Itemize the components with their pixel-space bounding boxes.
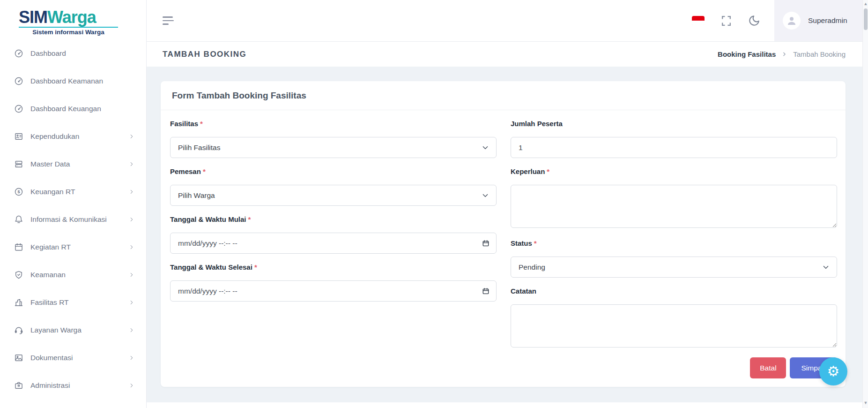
datetime-placeholder: mm/dd/yyyy --:-- -- [178, 239, 237, 248]
form-left-column: Fasilitas* Pilih Fasilitas Pemesan* Pili… [170, 120, 497, 359]
sidebar-item-label: Dashboard Keamanan [30, 77, 135, 85]
fullscreen-icon[interactable] [720, 15, 732, 27]
form-card-header: Form Tambah Booking Fasilitas [161, 81, 846, 110]
sidebar-item-dokumentasi[interactable]: Dokumentasi [0, 344, 146, 371]
brand-word-secondary: Warga [47, 8, 96, 27]
chevron-right-icon [128, 272, 135, 278]
fasilitas-label: Fasilitas* [170, 120, 497, 128]
status-select[interactable]: Pending [511, 257, 837, 278]
sidebar-item-dashboard-keuangan[interactable]: Dashboard Keuangan [0, 95, 146, 122]
sidebar-item-label: Fasilitas RT [30, 298, 128, 307]
id-card-icon [14, 132, 23, 141]
sidebar-item-label: Dokumentasi [30, 354, 128, 362]
sidebar-item-label: Master Data [30, 160, 128, 168]
chevron-right-icon [128, 355, 135, 361]
status-label: Status* [511, 239, 837, 248]
field-tanggal-selesai: Tanggal & Waktu Selesai* mm/dd/yyyy --:-… [170, 263, 497, 302]
scrollbar-thumb[interactable] [864, 8, 868, 30]
user-name: Superadmin [808, 16, 847, 25]
bell-icon [14, 215, 23, 224]
user-menu[interactable]: Superadmin [774, 0, 862, 41]
sidebar-item-keuangan-rt[interactable]: $ Keuangan RT [0, 178, 146, 205]
form-right-column: Jumlah Peserta Keperluan* Status* Pendin… [511, 120, 837, 359]
cancel-button[interactable]: Batal [750, 357, 786, 378]
pemesan-select[interactable]: Pilih Warga [170, 185, 497, 206]
page-scrollbar[interactable]: ▲ ▼ [862, 0, 868, 408]
keperluan-label: Keperluan* [511, 167, 837, 176]
gear-icon: ⚙ [827, 364, 840, 378]
top-header: Superadmin [147, 0, 862, 42]
sidebar-item-label: Kegiatan RT [30, 243, 128, 251]
calendar-icon[interactable] [482, 287, 490, 295]
pemesan-label: Pemesan* [170, 167, 497, 176]
sidebar-item-layanan-warga[interactable]: Layanan Warga [0, 316, 146, 344]
tanggal-selesai-datetime-input[interactable]: mm/dd/yyyy --:-- -- [170, 280, 497, 302]
app-root: SIMWarga Sistem informasi Warga Dashboar… [0, 0, 868, 408]
gauge-icon [14, 104, 23, 113]
required-asterisk: * [200, 120, 203, 128]
field-fasilitas: Fasilitas* Pilih Fasilitas [170, 120, 497, 158]
field-keperluan: Keperluan* [511, 167, 837, 230]
brand-logo[interactable]: SIMWarga Sistem informasi Warga [0, 0, 146, 36]
indonesia-flag-icon[interactable] [692, 16, 705, 25]
sidebar-item-dashboard[interactable]: Dashboard [0, 39, 146, 67]
user-avatar-icon [786, 15, 797, 26]
field-jumlah-peserta: Jumlah Peserta [511, 120, 837, 158]
chevron-right-icon [128, 327, 135, 333]
chevron-down-icon [822, 263, 830, 272]
settings-fab-button[interactable]: ⚙ [819, 357, 847, 385]
required-asterisk: * [203, 167, 206, 175]
brand-word-primary: SIM [19, 8, 47, 27]
chevron-right-icon [128, 161, 135, 167]
brand-underline [19, 27, 118, 28]
breadcrumb-current: Tambah Booking [793, 50, 846, 58]
headset-icon [14, 325, 23, 335]
page-title: TAMBAH BOOKING [163, 50, 246, 59]
moon-icon[interactable] [748, 15, 760, 27]
chevron-right-icon [128, 299, 135, 306]
field-tanggal-mulai: Tanggal & Waktu Mulai* mm/dd/yyyy --:-- … [170, 215, 497, 254]
svg-text:$: $ [17, 189, 20, 194]
sidebar: SIMWarga Sistem informasi Warga Dashboar… [0, 0, 147, 408]
booking-form: Fasilitas* Pilih Fasilitas Pemesan* Pili… [161, 110, 846, 359]
required-asterisk: * [248, 215, 251, 223]
sidebar-toggle-icon[interactable] [163, 16, 174, 25]
scroll-down-icon[interactable]: ▼ [863, 400, 868, 405]
fasilitas-select[interactable]: Pilih Fasilitas [170, 137, 497, 158]
calendar-icon[interactable] [482, 240, 490, 247]
chevron-right-icon [128, 216, 135, 223]
page-title-bar: TAMBAH BOOKING Booking Fasilitas Tambah … [147, 42, 862, 67]
jumlah-peserta-label: Jumlah Peserta [511, 120, 837, 128]
pemesan-selected-value: Pilih Warga [178, 191, 215, 200]
required-asterisk: * [254, 263, 257, 271]
tanggal-mulai-datetime-input[interactable]: mm/dd/yyyy --:-- -- [170, 233, 497, 254]
sidebar-item-fasilitas-rt[interactable]: Fasilitas RT [0, 288, 146, 316]
gauge-icon [14, 76, 23, 86]
footer-area [147, 402, 862, 408]
keperluan-textarea[interactable] [511, 185, 837, 228]
breadcrumb-parent-link[interactable]: Booking Fasilitas [718, 50, 776, 58]
field-catatan: Catatan [511, 287, 837, 349]
gauge-icon [14, 49, 23, 58]
sidebar-item-kegiatan-rt[interactable]: Kegiatan RT [0, 233, 146, 261]
avatar [783, 12, 801, 30]
chevron-right-icon [128, 189, 135, 195]
chevron-right-icon [781, 51, 787, 57]
chevron-right-icon [128, 244, 135, 250]
header-actions: Superadmin [692, 0, 862, 41]
scroll-up-icon[interactable]: ▲ [863, 1, 868, 6]
sidebar-item-label: Administrasi [30, 381, 128, 390]
sidebar-item-label: Keuangan RT [30, 188, 128, 196]
jumlah-peserta-input[interactable] [511, 137, 837, 158]
sidebar-item-kependudukan[interactable]: Kependudukan [0, 122, 146, 150]
sidebar-item-informasi-komunikasi[interactable]: Informasi & Komunikasi [0, 205, 146, 233]
tanggal-selesai-label: Tanggal & Waktu Selesai* [170, 263, 497, 272]
chevron-right-icon [128, 133, 135, 140]
sidebar-item-master-data[interactable]: Master Data [0, 150, 146, 178]
sidebar-item-dashboard-keamanan[interactable]: Dashboard Keamanan [0, 67, 146, 95]
catatan-textarea[interactable] [511, 304, 837, 348]
chevron-down-icon [481, 144, 490, 152]
sidebar-item-label: Layanan Warga [30, 326, 128, 334]
sidebar-item-administrasi[interactable]: Administrasi [0, 371, 146, 399]
sidebar-item-keamanan[interactable]: Keamanan [0, 261, 146, 288]
